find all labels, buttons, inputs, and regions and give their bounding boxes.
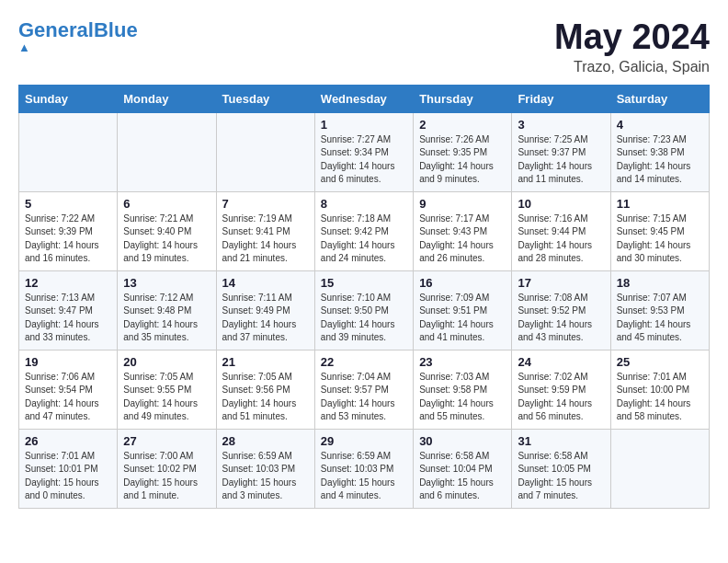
day-number: 17: [518, 276, 605, 290]
day-info: Sunrise: 7:26 AM Sunset: 9:35 PM Dayligh…: [419, 133, 506, 187]
day-info: Sunrise: 6:58 AM Sunset: 10:04 PM Daylig…: [419, 450, 506, 503]
calendar-cell: 6Sunrise: 7:21 AM Sunset: 9:40 PM Daylig…: [118, 191, 216, 270]
day-number: 13: [123, 276, 210, 290]
day-info: Sunrise: 6:59 AM Sunset: 10:03 PM Daylig…: [222, 450, 310, 503]
day-info: Sunrise: 7:17 AM Sunset: 9:43 PM Dayligh…: [419, 213, 506, 266]
calendar-cell: 11Sunrise: 7:15 AM Sunset: 9:45 PM Dayli…: [610, 191, 709, 270]
calendar-cell: 17Sunrise: 7:08 AM Sunset: 9:52 PM Dayli…: [512, 270, 610, 350]
logo-blue: Blue: [94, 18, 138, 41]
calendar-cell: [610, 429, 709, 508]
logo-sub: ▲: [18, 40, 30, 54]
calendar-cell: 27Sunrise: 7:00 AM Sunset: 10:02 PM Dayl…: [118, 429, 216, 508]
calendar-cell: 8Sunrise: 7:18 AM Sunset: 9:42 PM Daylig…: [314, 191, 413, 270]
day-number: 18: [617, 276, 704, 290]
calendar-cell: 9Sunrise: 7:17 AM Sunset: 9:43 PM Daylig…: [414, 191, 512, 270]
calendar-cell: 4Sunrise: 7:23 AM Sunset: 9:38 PM Daylig…: [610, 112, 709, 191]
day-info: Sunrise: 7:02 AM Sunset: 9:59 PM Dayligh…: [518, 371, 605, 424]
day-number: 24: [518, 355, 605, 369]
logo: GeneralBlue ▲: [18, 18, 138, 54]
day-info: Sunrise: 7:06 AM Sunset: 9:54 PM Dayligh…: [25, 371, 112, 424]
weekday-header-monday: Monday: [118, 85, 216, 112]
calendar-cell: 31Sunrise: 6:58 AM Sunset: 10:05 PM Dayl…: [512, 429, 610, 508]
day-info: Sunrise: 7:01 AM Sunset: 10:01 PM Daylig…: [25, 450, 112, 503]
day-number: 19: [25, 355, 112, 369]
day-info: Sunrise: 7:13 AM Sunset: 9:47 PM Dayligh…: [25, 292, 112, 345]
day-info: Sunrise: 7:10 AM Sunset: 9:50 PM Dayligh…: [321, 292, 408, 345]
day-info: Sunrise: 7:25 AM Sunset: 9:37 PM Dayligh…: [518, 133, 605, 187]
day-number: 22: [321, 355, 408, 369]
logo-general: General: [18, 18, 94, 41]
day-info: Sunrise: 7:27 AM Sunset: 9:34 PM Dayligh…: [321, 133, 408, 187]
day-number: 31: [518, 434, 605, 448]
calendar-cell: 7Sunrise: 7:19 AM Sunset: 9:41 PM Daylig…: [216, 191, 314, 270]
day-number: 7: [222, 197, 310, 211]
calendar-cell: 5Sunrise: 7:22 AM Sunset: 9:39 PM Daylig…: [19, 191, 118, 270]
calendar-cell: [19, 112, 118, 191]
calendar-cell: 25Sunrise: 7:01 AM Sunset: 10:00 PM Dayl…: [610, 350, 709, 429]
day-info: Sunrise: 7:21 AM Sunset: 9:40 PM Dayligh…: [123, 213, 210, 266]
calendar-cell: 12Sunrise: 7:13 AM Sunset: 9:47 PM Dayli…: [19, 270, 118, 350]
day-number: 27: [123, 434, 210, 448]
day-number: 28: [222, 434, 310, 448]
calendar-cell: 1Sunrise: 7:27 AM Sunset: 9:34 PM Daylig…: [314, 112, 413, 191]
day-number: 26: [25, 434, 112, 448]
calendar-cell: 10Sunrise: 7:16 AM Sunset: 9:44 PM Dayli…: [512, 191, 610, 270]
calendar-cell: 21Sunrise: 7:05 AM Sunset: 9:56 PM Dayli…: [216, 350, 314, 429]
day-info: Sunrise: 7:09 AM Sunset: 9:51 PM Dayligh…: [419, 292, 506, 345]
day-number: 29: [321, 434, 408, 448]
day-number: 14: [222, 276, 310, 290]
day-number: 25: [617, 355, 704, 369]
weekday-header-tuesday: Tuesday: [216, 85, 314, 112]
calendar-cell: 29Sunrise: 6:59 AM Sunset: 10:03 PM Dayl…: [314, 429, 413, 508]
day-info: Sunrise: 7:01 AM Sunset: 10:00 PM Daylig…: [617, 371, 704, 424]
month-title: May 2024: [554, 18, 710, 57]
day-info: Sunrise: 7:05 AM Sunset: 9:56 PM Dayligh…: [222, 371, 310, 424]
day-info: Sunrise: 7:05 AM Sunset: 9:55 PM Dayligh…: [123, 371, 210, 424]
calendar-cell: 2Sunrise: 7:26 AM Sunset: 9:35 PM Daylig…: [414, 112, 512, 191]
day-number: 11: [617, 197, 704, 211]
day-number: 9: [419, 197, 506, 211]
day-number: 2: [419, 118, 506, 132]
day-number: 6: [123, 197, 210, 211]
day-number: 10: [518, 197, 605, 211]
day-info: Sunrise: 7:07 AM Sunset: 9:53 PM Dayligh…: [617, 292, 704, 345]
calendar-cell: 13Sunrise: 7:12 AM Sunset: 9:48 PM Dayli…: [118, 270, 216, 350]
day-info: Sunrise: 7:03 AM Sunset: 9:58 PM Dayligh…: [419, 371, 506, 424]
logo-text: GeneralBlue: [18, 18, 138, 42]
day-number: 1: [321, 118, 408, 132]
weekday-header-saturday: Saturday: [610, 85, 709, 112]
day-info: Sunrise: 6:58 AM Sunset: 10:05 PM Daylig…: [518, 450, 605, 503]
day-info: Sunrise: 7:12 AM Sunset: 9:48 PM Dayligh…: [123, 292, 210, 345]
day-info: Sunrise: 7:18 AM Sunset: 9:42 PM Dayligh…: [321, 213, 408, 266]
calendar-cell: [216, 112, 314, 191]
day-number: 23: [419, 355, 506, 369]
day-info: Sunrise: 7:23 AM Sunset: 9:38 PM Dayligh…: [617, 133, 704, 187]
calendar-cell: [118, 112, 216, 191]
calendar-table: SundayMondayTuesdayWednesdayThursdayFrid…: [18, 85, 710, 509]
page-header: GeneralBlue ▲ May 2024 Trazo, Galicia, S…: [18, 18, 710, 75]
day-number: 12: [25, 276, 112, 290]
calendar-cell: 20Sunrise: 7:05 AM Sunset: 9:55 PM Dayli…: [118, 350, 216, 429]
weekday-header-friday: Friday: [512, 85, 610, 112]
calendar-cell: 24Sunrise: 7:02 AM Sunset: 9:59 PM Dayli…: [512, 350, 610, 429]
day-info: Sunrise: 7:04 AM Sunset: 9:57 PM Dayligh…: [321, 371, 408, 424]
weekday-header-wednesday: Wednesday: [314, 85, 413, 112]
day-info: Sunrise: 7:15 AM Sunset: 9:45 PM Dayligh…: [617, 213, 704, 266]
day-info: Sunrise: 7:16 AM Sunset: 9:44 PM Dayligh…: [518, 213, 605, 266]
calendar-cell: 22Sunrise: 7:04 AM Sunset: 9:57 PM Dayli…: [314, 350, 413, 429]
calendar-cell: 30Sunrise: 6:58 AM Sunset: 10:04 PM Dayl…: [414, 429, 512, 508]
day-info: Sunrise: 7:19 AM Sunset: 9:41 PM Dayligh…: [222, 213, 310, 266]
day-info: Sunrise: 7:08 AM Sunset: 9:52 PM Dayligh…: [518, 292, 605, 345]
day-info: Sunrise: 7:00 AM Sunset: 10:02 PM Daylig…: [123, 450, 210, 503]
day-number: 3: [518, 118, 605, 132]
calendar-cell: 18Sunrise: 7:07 AM Sunset: 9:53 PM Dayli…: [610, 270, 709, 350]
calendar-cell: 19Sunrise: 7:06 AM Sunset: 9:54 PM Dayli…: [19, 350, 118, 429]
calendar-cell: 28Sunrise: 6:59 AM Sunset: 10:03 PM Dayl…: [216, 429, 314, 508]
day-info: Sunrise: 6:59 AM Sunset: 10:03 PM Daylig…: [321, 450, 408, 503]
calendar-cell: 16Sunrise: 7:09 AM Sunset: 9:51 PM Dayli…: [414, 270, 512, 350]
title-block: May 2024 Trazo, Galicia, Spain: [554, 18, 710, 75]
day-number: 21: [222, 355, 310, 369]
calendar-cell: 14Sunrise: 7:11 AM Sunset: 9:49 PM Dayli…: [216, 270, 314, 350]
day-info: Sunrise: 7:22 AM Sunset: 9:39 PM Dayligh…: [25, 213, 112, 266]
day-number: 15: [321, 276, 408, 290]
